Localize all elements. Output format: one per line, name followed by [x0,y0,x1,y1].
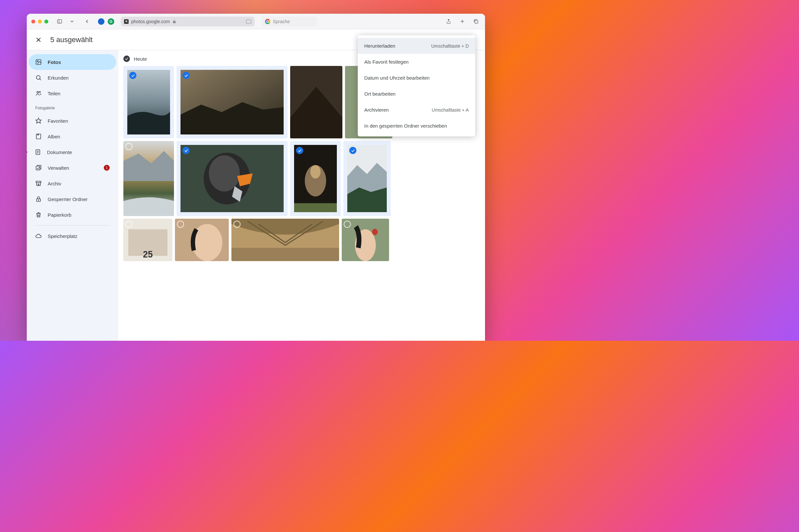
selected-check-icon[interactable] [296,147,303,154]
sidebar-label: Alben [47,134,60,139]
photo-thumbnail[interactable] [290,66,342,138]
svg-line-10 [39,79,41,80]
context-menu: Herunterladen Umschalttaste + D Als Favo… [358,35,475,136]
svg-text:25: 25 [143,249,153,260]
extension-icon-1[interactable] [98,18,104,25]
svg-rect-21 [36,181,41,183]
sidebar-item-documents[interactable]: Dokumente [29,144,116,160]
unselected-check-icon[interactable] [125,221,133,228]
sidebar-item-locked[interactable]: Gesperrter Ordner [29,191,116,207]
sidebar-item-trash[interactable]: Papierkorb [29,207,116,223]
lock-icon [172,20,176,23]
date-check-icon[interactable] [123,56,130,62]
photo-thumbnail[interactable] [231,219,339,261]
deselect-button[interactable] [35,36,42,44]
close-window-button[interactable] [31,20,35,23]
photo-image [127,70,170,134]
sidebar-item-manage[interactable]: Verwalten 1 [29,160,116,176]
unselected-check-icon[interactable] [344,221,351,228]
search-bar[interactable]: Sprache [262,17,317,26]
grammarly-icon[interactable]: G [108,18,114,25]
sidebar-label: Verwalten [47,165,69,171]
back-button[interactable] [82,17,91,26]
svg-point-47 [372,229,378,235]
menu-item-locked-folder[interactable]: In den gesperrten Ordner verschieben [358,118,475,134]
selected-check-icon[interactable] [183,72,190,79]
photo-image [123,141,174,216]
manage-icon [35,165,42,171]
svg-marker-13 [36,118,41,124]
menu-item-favorite[interactable]: Als Favorit festlegen [358,54,475,70]
sidebar-item-archive[interactable]: Archiv [29,176,116,191]
photo-thumbnail[interactable] [343,141,391,216]
traffic-lights [31,20,48,23]
selected-check-icon[interactable] [183,147,190,154]
sidebar-item-share[interactable]: Teilen [29,86,116,101]
photo-image [347,145,387,212]
maximize-window-button[interactable] [44,20,48,23]
photo-image [294,145,337,212]
tabs-button[interactable] [471,17,480,26]
photo-thumbnail[interactable] [290,141,341,216]
menu-item-download[interactable]: Herunterladen Umschalttaste + D [358,38,475,54]
photo-thumbnail[interactable] [123,66,174,138]
minimize-window-button[interactable] [38,20,42,23]
menu-shortcut: Umschalttaste + A [432,107,469,113]
sidebar-label: Speicherplatz [47,233,77,239]
menu-label: Archivieren [364,107,389,113]
sidebar-label: Gesperrter Ordner [47,196,88,202]
url-text: photos.google.com [131,19,170,24]
sidebar-item-photos[interactable]: Fotos [29,54,116,70]
new-tab-button[interactable] [458,17,467,26]
sidebar-item-albums[interactable]: Alben [29,129,116,144]
browser-window: G ✕ photos.google.com Sprache 5 [27,14,485,341]
menu-item-archive[interactable]: Archivieren Umschalttaste + A [358,102,475,118]
sidebar-item-favorites[interactable]: Favoriten [29,113,116,129]
svg-rect-20 [36,166,40,170]
reader-icon[interactable] [246,20,251,23]
selection-count: 5 ausgewählt [50,36,93,44]
google-icon [265,19,270,24]
dropdown-icon[interactable] [67,17,76,26]
cloud-icon [35,233,42,239]
photo-thumbnail[interactable] [123,141,174,216]
star-icon [35,117,42,124]
menu-item-datetime[interactable]: Datum und Uhrzeit bearbeiten [358,70,475,86]
svg-point-11 [37,91,39,93]
menu-shortcut: Umschalttaste + D [431,43,469,49]
share-button[interactable] [444,17,453,26]
svg-rect-36 [294,203,337,212]
sidebar-heading-gallery: Fotogalerie [29,101,116,113]
svg-point-9 [36,75,40,79]
menu-label: Herunterladen [364,43,395,49]
photo-thumbnail[interactable]: 25 [123,219,172,261]
sidebar-label: Favoriten [47,118,68,124]
search-placeholder: Sprache [273,19,290,24]
sidebar-label: Erkunden [47,75,69,81]
sidebar-toggle-button[interactable] [55,17,64,26]
photo-thumbnail[interactable] [175,219,229,261]
menu-item-location[interactable]: Ort bearbeiten [358,86,475,102]
album-icon [35,133,42,140]
sidebar-label: Teilen [47,91,60,96]
sidebar-item-storage[interactable]: Speicherplatz [29,228,116,244]
unselected-check-icon[interactable] [177,221,184,228]
menu-label: Als Favorit festlegen [364,59,408,64]
archive-icon [35,180,42,187]
unselected-check-icon[interactable] [233,221,241,228]
photo-thumbnail[interactable] [176,141,288,216]
trash-icon [35,211,42,218]
photo-thumbnail[interactable] [176,66,288,138]
address-bar[interactable]: ✕ photos.google.com [121,17,254,26]
people-icon [35,90,42,97]
svg-point-35 [310,165,321,178]
search-icon [35,74,42,81]
sidebar: Fotos Erkunden Teilen Fotogalerie Favori… [27,50,118,341]
titlebar: G ✕ photos.google.com Sprache [27,14,485,30]
selected-check-icon[interactable] [349,147,357,154]
photo-thumbnail[interactable] [342,219,389,261]
sidebar-divider [35,225,110,226]
selected-check-icon[interactable] [129,72,136,79]
sidebar-item-explore[interactable]: Erkunden [29,70,116,86]
unselected-check-icon[interactable] [125,143,133,150]
